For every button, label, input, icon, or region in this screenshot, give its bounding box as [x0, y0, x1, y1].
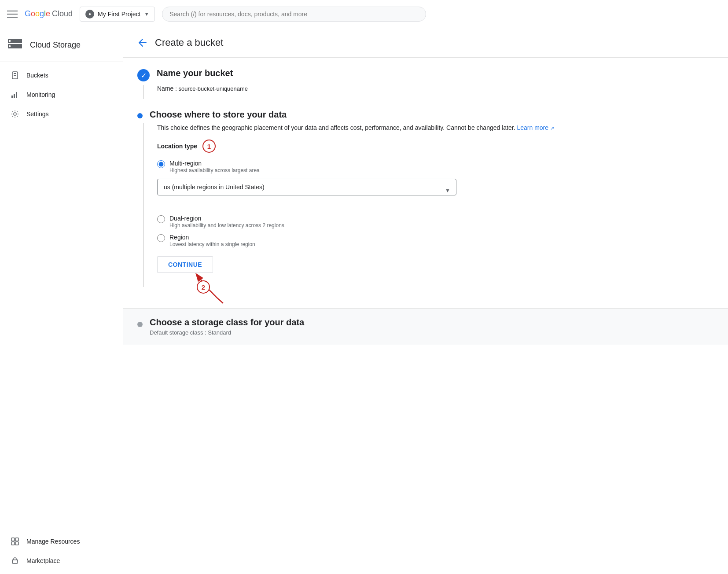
bucket-icon — [11, 71, 19, 80]
svg-rect-12 — [11, 538, 15, 541]
svg-rect-15 — [15, 542, 18, 545]
project-name: My First Project — [98, 11, 140, 18]
svg-rect-14 — [11, 542, 15, 545]
external-link-icon: ↗ — [550, 125, 554, 131]
sidebar-title: Cloud Storage — [30, 40, 81, 50]
sidebar-item-marketplace-label: Marketplace — [26, 557, 60, 564]
step3-default-value-text: Standard — [208, 329, 231, 336]
radio-option-region: Region Lowest latency within a single re… — [157, 234, 714, 247]
radio-dual-region-desc: High availability and low latency across… — [169, 222, 284, 228]
svg-rect-2 — [9, 40, 11, 42]
sidebar-item-settings[interactable]: Settings — [0, 104, 123, 124]
svg-rect-9 — [16, 92, 17, 98]
step1-check-icon: ✓ — [137, 69, 150, 81]
project-selector[interactable]: ● My First Project ▼ — [80, 7, 155, 22]
step3-dot-icon — [137, 322, 143, 327]
sidebar-item-buckets-label: Buckets — [26, 72, 48, 79]
location-type-label: Location type — [157, 143, 197, 150]
step1-header: ✓ Name your bucket — [137, 68, 714, 81]
hamburger-menu-icon[interactable] — [7, 9, 18, 19]
project-avatar: ● — [85, 10, 94, 18]
back-button[interactable] — [137, 37, 148, 48]
step1-title: Name your bucket — [157, 68, 233, 78]
radio-dual-region-text: Dual-region High availability and low la… — [169, 215, 284, 228]
top-nav: Google Cloud ● My First Project ▼ — [0, 0, 728, 28]
continue-area: CONTINUE 2 — [157, 256, 213, 273]
location-type-radio-group: Multi-region Highest availability across… — [157, 160, 714, 247]
main-header: Create a bucket — [123, 28, 728, 58]
sidebar-item-marketplace[interactable]: Marketplace — [0, 551, 123, 570]
sidebar-item-monitoring-label: Monitoring — [26, 91, 55, 98]
step2-title: Choose where to store your data — [150, 110, 287, 120]
svg-rect-13 — [15, 538, 18, 541]
svg-rect-3 — [9, 45, 11, 47]
svg-rect-6 — [14, 75, 16, 76]
sidebar-bottom: Manage Resources Marketplace — [0, 528, 123, 574]
main-content: Create a bucket ✓ Name your bucket Name … — [123, 28, 728, 574]
sidebar-nav: Buckets Monitoring Settings — [0, 62, 123, 528]
sidebar-item-monitoring[interactable]: Monitoring — [0, 85, 123, 104]
search-input[interactable] — [162, 7, 426, 22]
radio-multi-region-text: Multi-region Highest availability across… — [169, 160, 260, 173]
svg-rect-7 — [11, 96, 13, 98]
step1-bucket-name: source-bucket-uniquename — [178, 85, 248, 92]
annotation-circle-1: 1 — [202, 140, 216, 153]
annotation-circle-2: 2 — [197, 280, 210, 294]
step2-header: Choose where to store your data — [137, 110, 714, 120]
region-select-wrapper: us (multiple regions in United States) e… — [157, 179, 456, 202]
main-layout: Cloud Storage Buckets Monitoring Setting… — [0, 28, 728, 574]
svg-rect-5 — [14, 73, 16, 74]
marketplace-icon — [11, 556, 19, 565]
svg-rect-8 — [14, 94, 15, 98]
step1-name-label: Name — [157, 85, 173, 92]
radio-region[interactable] — [157, 234, 165, 242]
sidebar-item-settings-label: Settings — [26, 110, 49, 118]
radio-option-dual-region: Dual-region High availability and low la… — [157, 215, 714, 228]
step3-default-label: Default storage class — [150, 329, 203, 336]
sidebar-item-manage-resources-label: Manage Resources — [26, 538, 80, 545]
step3-section: Choose a storage class for your data Def… — [123, 308, 728, 345]
step2-body: This choice defines the geographic place… — [143, 123, 714, 287]
chevron-down-icon: ▼ — [144, 11, 149, 17]
radio-multi-region-desc: Highest availability across largest area — [169, 167, 260, 173]
form-content: ✓ Name your bucket Name : source-bucket-… — [123, 58, 728, 308]
location-type-row: Location type 1 — [157, 140, 714, 153]
google-cloud-logo: Google Cloud — [25, 9, 73, 18]
manage-resources-icon — [11, 537, 19, 546]
radio-region-desc: Lowest latency within a single region — [169, 241, 255, 247]
radio-multi-region[interactable] — [157, 160, 165, 168]
radio-dual-region-label: Dual-region — [169, 215, 284, 222]
step2-dot-icon — [137, 113, 143, 118]
radio-option-multi-region: Multi-region Highest availability across… — [157, 160, 714, 173]
step2-description: This choice defines the geographic place… — [157, 123, 714, 132]
radio-region-label: Region — [169, 234, 255, 241]
svg-point-11 — [14, 113, 16, 115]
step1-section: ✓ Name your bucket Name : source-bucket-… — [137, 68, 714, 99]
region-select[interactable]: us (multiple regions in United States) e… — [157, 179, 456, 195]
monitoring-icon — [11, 90, 19, 99]
sidebar-header: Cloud Storage — [0, 28, 123, 62]
page-title: Create a bucket — [155, 37, 223, 48]
step3-sub: Default storage class : Standard — [137, 329, 714, 336]
sidebar-item-manage-resources[interactable]: Manage Resources — [0, 532, 123, 551]
sidebar: Cloud Storage Buckets Monitoring Setting… — [0, 28, 123, 574]
radio-multi-region-label: Multi-region — [169, 160, 260, 167]
radio-dual-region[interactable] — [157, 215, 165, 223]
cloud-storage-icon — [7, 37, 23, 53]
settings-icon — [11, 110, 19, 118]
step3-title: Choose a storage class for your data — [150, 317, 304, 327]
step3-header: Choose a storage class for your data — [137, 317, 714, 327]
sidebar-item-buckets[interactable]: Buckets — [0, 66, 123, 85]
step2-section: Choose where to store your data This cho… — [137, 110, 714, 287]
learn-more-link[interactable]: Learn more ↗ — [517, 124, 554, 131]
step1-body: Name : source-bucket-uniquename — [143, 85, 714, 99]
radio-region-text: Region Lowest latency within a single re… — [169, 234, 255, 247]
